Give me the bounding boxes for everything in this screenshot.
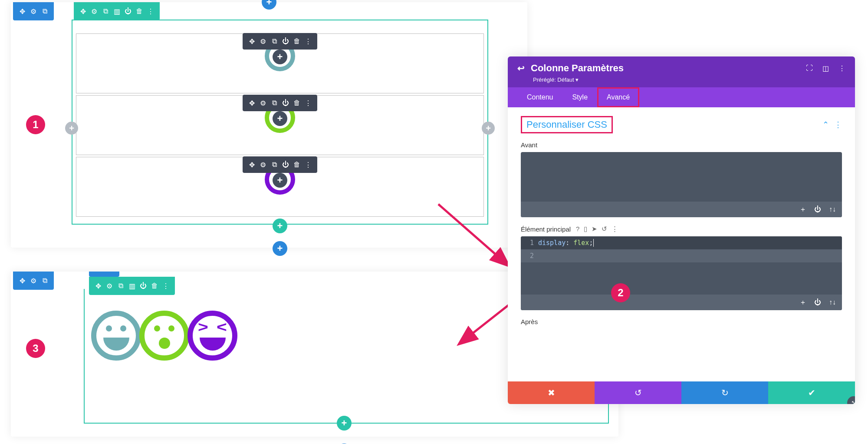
add-module-button[interactable]: +: [273, 111, 287, 126]
redo-button[interactable]: ↻: [681, 381, 768, 404]
move-icon[interactable]: ✥: [246, 159, 257, 170]
gear-icon[interactable]: ⚙: [257, 36, 269, 47]
column-outline[interactable]: ✥ ⚙ ⧉ ⏻ 🗑 ⋮ + ✥ ⚙ ⧉ ⏻ 🗑 ⋮ +: [72, 20, 488, 225]
trash-icon[interactable]: 🗑: [291, 36, 302, 47]
more-icon[interactable]: ⋮: [302, 159, 314, 170]
mobile-icon[interactable]: ▯: [584, 225, 587, 233]
settings-footer: ✖ ↺ ↻ ✔: [508, 381, 855, 404]
plus-icon: +: [266, 0, 272, 8]
cancel-button[interactable]: ✖: [508, 381, 595, 404]
plus-icon[interactable]: ＋: [799, 205, 806, 214]
gear-icon[interactable]: ⚙: [29, 7, 38, 16]
columns-icon[interactable]: ▥: [127, 281, 137, 291]
custom-css-heading[interactable]: Personnaliser CSS: [521, 116, 613, 133]
power-icon[interactable]: ⏻: [280, 36, 291, 47]
gear-icon[interactable]: ⚙: [89, 7, 99, 16]
gear-icon[interactable]: ⚙: [105, 281, 114, 291]
preset-dropdown[interactable]: Préréglé: Défaut ▾: [533, 76, 845, 83]
back-icon[interactable]: ↩: [517, 63, 525, 73]
duplicate-icon[interactable]: ⧉: [101, 7, 110, 16]
move-icon[interactable]: ✥: [93, 281, 103, 291]
more-icon[interactable]: ⋮: [838, 64, 845, 73]
duplicate-icon[interactable]: ⧉: [40, 7, 49, 16]
settings-title: Colonne Paramètres: [531, 63, 624, 74]
columns-icon[interactable]: ▥: [112, 7, 122, 16]
add-row-button[interactable]: +: [273, 219, 287, 233]
sort-icon[interactable]: ↑↓: [829, 205, 836, 213]
move-icon[interactable]: ✥: [246, 97, 257, 109]
undo-icon[interactable]: ↺: [602, 225, 607, 233]
code-toolbar: ＋ ⏻ ↑↓: [521, 295, 842, 310]
gear-icon[interactable]: ⚙: [29, 276, 38, 285]
fullscreen-icon[interactable]: ⛶: [806, 64, 813, 73]
move-icon[interactable]: ✥: [17, 276, 27, 285]
preset-label: Préréglé: Défaut: [533, 76, 574, 83]
add-module-button[interactable]: +: [273, 173, 287, 188]
plus-icon: +: [486, 123, 491, 133]
duplicate-icon[interactable]: ⧉: [269, 97, 280, 109]
gear-icon[interactable]: ⚙: [257, 97, 269, 109]
line-number: 1: [525, 239, 534, 247]
emoji-grin-icon: [91, 311, 141, 361]
emoji-surprised-icon: [139, 311, 189, 361]
code-toolbar: ＋ ⏻ ↑↓: [521, 202, 842, 217]
power-icon[interactable]: ⏻: [280, 159, 291, 170]
plus-icon[interactable]: ＋: [799, 298, 806, 307]
duplicate-icon[interactable]: ⧉: [269, 36, 280, 47]
annotation-step-2: 2: [611, 283, 630, 302]
tab-content[interactable]: Contenu: [517, 87, 563, 107]
module-row[interactable]: ✥ ⚙ ⧉ ⏻ 🗑 ⋮ +: [76, 33, 484, 93]
annotation-step-3: 3: [26, 339, 45, 358]
move-icon[interactable]: ✥: [78, 7, 88, 16]
power-icon[interactable]: ⏻: [280, 97, 291, 109]
module-row[interactable]: ✥ ⚙ ⧉ ⏻ 🗑 ⋮ +: [76, 95, 484, 155]
css-before-input[interactable]: ＋ ⏻ ↑↓: [521, 152, 842, 217]
power-icon[interactable]: ⏻: [814, 205, 821, 213]
add-column-right-button[interactable]: +: [482, 122, 495, 135]
after-label: Après: [521, 318, 842, 325]
power-icon[interactable]: ⏻: [814, 298, 821, 306]
move-icon[interactable]: ✥: [246, 36, 257, 47]
plus-icon: +: [277, 243, 283, 254]
layout-icon[interactable]: ◫: [822, 64, 829, 73]
help-icon[interactable]: ?: [576, 225, 579, 233]
add-column-left-button[interactable]: +: [65, 122, 78, 135]
cursor-icon[interactable]: ➤: [592, 225, 597, 233]
collapse-icon[interactable]: ⌃: [822, 120, 829, 129]
section-toolbar: ✥ ⚙ ⧉: [13, 272, 54, 290]
trash-icon[interactable]: 🗑: [291, 97, 302, 109]
svg-line-0: [438, 204, 508, 265]
css-main-input[interactable]: 1display: flex; 2 ＋ ⏻ ↑↓: [521, 236, 842, 310]
tab-advanced[interactable]: Avancé: [597, 87, 639, 107]
module-toolbar: ✥ ⚙ ⧉ ⏻ 🗑 ⋮: [243, 156, 317, 173]
more-icon[interactable]: ⋮: [146, 7, 155, 16]
duplicate-icon[interactable]: ⧉: [116, 281, 125, 291]
column-settings-panel: ↩ Colonne Paramètres ⛶ ◫ ⋮ Préréglé: Déf…: [508, 56, 855, 404]
plus-icon: +: [277, 220, 283, 232]
tab-style[interactable]: Style: [563, 87, 598, 107]
duplicate-icon[interactable]: ⧉: [269, 159, 280, 170]
trash-icon[interactable]: 🗑: [150, 281, 159, 291]
more-icon[interactable]: ⋮: [161, 281, 171, 291]
move-icon[interactable]: ✥: [17, 7, 27, 16]
sort-icon[interactable]: ↑↓: [829, 298, 836, 306]
add-section-button[interactable]: +: [273, 241, 287, 256]
trash-icon[interactable]: 🗑: [291, 159, 302, 170]
more-icon[interactable]: ⋮: [302, 97, 314, 109]
gear-icon[interactable]: ⚙: [257, 159, 269, 170]
more-icon[interactable]: ⋮: [302, 36, 314, 47]
undo-button[interactable]: ↺: [595, 381, 681, 404]
power-icon[interactable]: ⏻: [123, 7, 133, 16]
add-module-button[interactable]: +: [273, 50, 287, 64]
add-row-button[interactable]: +: [337, 416, 352, 431]
module-toolbar: ✥ ⚙ ⧉ ⏻ 🗑 ⋮: [243, 95, 317, 111]
power-icon[interactable]: ⏻: [138, 281, 148, 291]
settings-body: Personnaliser CSS ⌃ ⋮ Avant ＋ ⏻ ↑↓ Éléme…: [508, 107, 855, 351]
save-button[interactable]: ✔: [768, 381, 855, 404]
trash-icon[interactable]: 🗑: [135, 7, 144, 16]
add-section-top-button[interactable]: +: [262, 0, 276, 10]
more-icon[interactable]: ⋮: [834, 120, 842, 129]
duplicate-icon[interactable]: ⧉: [40, 276, 49, 285]
more-icon[interactable]: ⋮: [612, 225, 618, 233]
module-row[interactable]: ✥ ⚙ ⧉ ⏻ 🗑 ⋮ +: [76, 157, 484, 217]
